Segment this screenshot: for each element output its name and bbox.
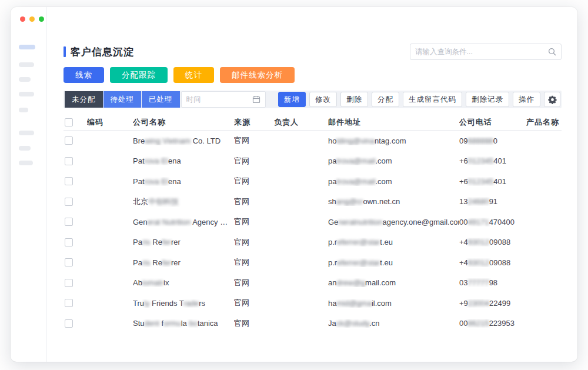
sidebar-item[interactable] <box>19 108 28 112</box>
date-filter[interactable]: 时间 <box>181 91 266 108</box>
cell-source: 官网 <box>234 278 274 288</box>
cell-company-name: Student formula botanica <box>133 319 234 328</box>
leads-table: 编码公司名称来源负责人邮件地址公司电话产品名称 Brewing Vietnam … <box>64 114 562 334</box>
cell-phone: 0086215223953 <box>459 319 526 328</box>
cell-company-name: Abiomatrix <box>133 278 234 287</box>
status-filter-tabs: 未分配待处理已处理 <box>65 91 181 108</box>
row-checkbox[interactable] <box>65 136 73 145</box>
column-header-2: 来源 <box>234 117 274 128</box>
row-checkbox[interactable] <box>65 238 73 246</box>
cell-checkbox <box>64 177 87 185</box>
row-checkbox[interactable] <box>65 319 73 328</box>
table-row: Patrova Elena官网patrova@mail.com+60123454… <box>64 171 562 192</box>
filter-bar: 未分配待处理已处理 时间 新增修改删除分配生成留言代码删除记录操作 <box>64 91 562 108</box>
module-tabs: 线索分配跟踪统计邮件线索分析 <box>64 67 562 83</box>
sidebar-item[interactable] <box>19 92 34 96</box>
table-row: Paris Referrer官网p.referrer@start.eu+4930… <box>64 252 562 273</box>
cell-source: 官网 <box>234 135 274 146</box>
page-header: 客户信息沉淀 <box>64 44 562 60</box>
table-row: 北京中创科技官网shang@crown.net.cn132468091 <box>64 192 562 212</box>
sidebar-item[interactable] <box>19 161 33 165</box>
assign-button[interactable]: 分配 <box>372 92 399 107</box>
table-row: Patrova Elena官网patrova@mail.com+60123454… <box>64 151 562 172</box>
edit-button[interactable]: 修改 <box>309 92 337 107</box>
cell-checkbox <box>64 198 87 206</box>
row-checkbox[interactable] <box>65 299 73 307</box>
cell-company-name: Brewing Vietnam Co. LTD <box>133 136 234 145</box>
cell-phone: +6012345401 <box>459 156 526 165</box>
cell-phone: 037777798 <box>459 278 526 287</box>
row-checkbox[interactable] <box>65 157 73 165</box>
tab-clues-button[interactable]: 线索 <box>64 67 104 83</box>
column-header-3: 负责人 <box>274 117 328 128</box>
cell-checkbox <box>64 299 87 307</box>
cell-checkbox <box>64 238 87 246</box>
cell-email: patrova@mail.com <box>328 177 459 186</box>
cell-source: 官网 <box>234 298 274 308</box>
search-input[interactable] <box>415 48 548 56</box>
sidebar-item[interactable] <box>19 62 34 67</box>
delete-button[interactable]: 删除 <box>340 92 368 107</box>
app-window: 客户信息沉淀 线索分配跟踪统计邮件线索分析 未分配待处理已处理 时间 <box>11 7 577 362</box>
table-row: Paris Referrer官网p.referrer@start.eu+4930… <box>64 232 562 253</box>
cell-source: 官网 <box>234 216 274 227</box>
tab-email-clue-analysis-button[interactable]: 邮件线索分析 <box>220 67 295 83</box>
cell-phone: +6012345401 <box>459 177 526 186</box>
date-filter-placeholder: 时间 <box>186 95 252 105</box>
cell-phone: 096888880 <box>459 136 526 145</box>
generate-message-code-button[interactable]: 生成留言代码 <box>403 92 462 107</box>
filter-tab-unassigned[interactable]: 未分配 <box>65 91 103 108</box>
cell-phone: +92300422499 <box>459 299 526 308</box>
column-header-0: 编码 <box>87 117 133 128</box>
row-checkbox[interactable] <box>65 177 73 185</box>
cell-company-name: Paris Referrer <box>133 258 234 267</box>
sidebar <box>11 7 47 362</box>
sidebar-item[interactable] <box>19 131 34 135</box>
column-header-1: 公司名称 <box>133 117 234 128</box>
table-row: Abiomatrix官网andrew@gmail.com037777798 <box>64 273 562 294</box>
sidebar-item-active[interactable] <box>19 45 35 49</box>
row-checkbox[interactable] <box>65 258 73 266</box>
tab-statistics-button[interactable]: 统计 <box>173 67 214 83</box>
cell-email: holding@vinantag.com <box>328 136 459 145</box>
cell-checkbox <box>64 136 87 145</box>
cell-email: Generalnutritionagency.one@gmail.com <box>328 218 459 226</box>
operation-button[interactable]: 操作 <box>513 92 540 107</box>
column-header-6: 产品名称 <box>526 117 562 128</box>
table-body: Brewing Vietnam Co. LTD官网holding@vinanta… <box>64 131 562 334</box>
cell-checkbox <box>64 157 87 165</box>
table-row: Truly Friends Traders官网hamid@gmail.com+9… <box>64 293 562 314</box>
cell-company-name: Paris Referrer <box>133 238 234 246</box>
filter-tab-processed[interactable]: 已处理 <box>142 91 180 108</box>
sidebar-item[interactable] <box>19 77 31 82</box>
filter-tab-pending[interactable]: 待处理 <box>103 91 142 108</box>
add-button[interactable]: 新增 <box>278 92 306 107</box>
sidebar-item[interactable] <box>19 146 31 151</box>
row-checkbox[interactable] <box>65 198 73 206</box>
cell-email: p.referrer@start.eu <box>328 238 459 246</box>
row-checkbox[interactable] <box>65 218 73 226</box>
cell-company-name: Patrova Elena <box>133 156 234 165</box>
calendar-icon <box>252 95 260 104</box>
cell-phone: +49301209088 <box>459 258 526 267</box>
row-checkbox[interactable] <box>65 279 73 287</box>
cell-email: Jack@study.cn <box>328 319 459 328</box>
record-toolbar: 新增修改删除分配生成留言代码删除记录操作 <box>278 92 540 107</box>
cell-phone: +49301209088 <box>459 238 526 246</box>
settings-button[interactable] <box>544 92 560 107</box>
table-row: Student formula botanica官网Jack@study.cn0… <box>64 314 562 334</box>
table-row: Brewing Vietnam Co. LTD官网holding@vinanta… <box>64 131 562 151</box>
tab-assign-track-button[interactable]: 分配跟踪 <box>110 67 168 83</box>
main-content: 客户信息沉淀 线索分配跟踪统计邮件线索分析 未分配待处理已处理 时间 <box>64 7 562 334</box>
cell-company-name: General Nutrition Agency … <box>133 218 234 226</box>
cell-checkbox <box>64 258 87 266</box>
delete-record-button[interactable]: 删除记录 <box>466 92 509 107</box>
cell-phone: 132468091 <box>459 197 526 206</box>
table-row: General Nutrition Agency …官网Generalnutri… <box>64 212 562 232</box>
cell-email: andrew@gmail.com <box>328 278 459 287</box>
search-box <box>410 44 562 60</box>
select-all-checkbox[interactable] <box>65 118 73 126</box>
search-icon[interactable] <box>548 48 556 56</box>
cell-company-name: Truly Friends Traders <box>133 299 234 308</box>
page-title: 客户信息沉淀 <box>71 45 134 59</box>
